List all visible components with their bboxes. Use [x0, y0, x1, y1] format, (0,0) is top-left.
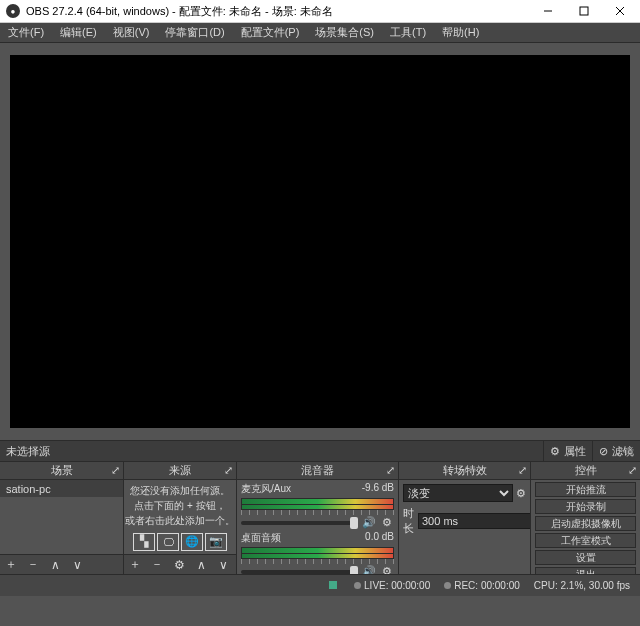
properties-button[interactable]: ⚙属性: [543, 441, 592, 461]
mixer-mic-db: -9.6 dB: [362, 482, 394, 496]
maximize-button[interactable]: [566, 0, 602, 22]
desktop-volume-slider[interactable]: [241, 570, 358, 574]
filter-icon: ⊘: [599, 445, 608, 458]
mixer-desktop-label: 桌面音频: [241, 531, 281, 545]
camera-icon: 📷: [205, 533, 227, 551]
mic-ticks: [241, 510, 394, 515]
start-virtualcam-button[interactable]: 启动虚拟摄像机: [535, 516, 636, 531]
globe-icon: 🌐: [181, 533, 203, 551]
mixer-mic-label: 麦克风/Aux: [241, 482, 291, 496]
start-streaming-button[interactable]: 开始推流: [535, 482, 636, 497]
scenes-header: 场景⤢: [0, 462, 123, 480]
window-title: OBS 27.2.4 (64-bit, windows) - 配置文件: 未命名…: [26, 4, 530, 19]
mic-volume-slider[interactable]: [241, 521, 358, 525]
add-scene-button[interactable]: ＋: [0, 555, 22, 575]
mixer-desktop-db: 0.0 dB: [365, 531, 394, 545]
menu-view[interactable]: 视图(V): [109, 25, 154, 40]
exit-button[interactable]: 退出: [535, 567, 636, 574]
source-toolbar: 未选择源 ⚙属性 ⊘滤镜: [0, 440, 640, 462]
source-down-button[interactable]: ∨: [212, 555, 234, 575]
scenes-toolbar: ＋ － ∧ ∨: [0, 554, 123, 574]
source-up-button[interactable]: ∧: [190, 555, 212, 575]
menu-tools[interactable]: 工具(T): [386, 25, 430, 40]
duration-label: 时长: [403, 506, 414, 536]
menu-edit[interactable]: 编辑(E): [56, 25, 101, 40]
scene-item[interactable]: sation-pc: [0, 480, 123, 497]
titlebar: OBS 27.2.4 (64-bit, windows) - 配置文件: 未命名…: [0, 0, 640, 23]
image-icon: ▚: [133, 533, 155, 551]
rec-time: REC: 00:00:00: [444, 580, 520, 591]
sources-toolbar: ＋ － ⚙ ∧ ∨: [124, 554, 236, 574]
status-bar: LIVE: 00:00:00 REC: 00:00:00 CPU: 2.1%, …: [0, 574, 640, 596]
menu-dock[interactable]: 停靠窗口(D): [161, 25, 228, 40]
popout-icon[interactable]: ⤢: [518, 464, 527, 477]
transitions-dock: 转场特效⤢ 淡变 ⚙ 时长 ▲▼: [399, 462, 531, 574]
gear-icon[interactable]: ⚙: [380, 565, 394, 574]
scenes-dock: 场景⤢ sation-pc ＋ － ∧ ∨: [0, 462, 124, 574]
sources-dock: 来源⤢ 您还没有添加任何源。 点击下面的 + 按钮， 或者右击此处添加一个。 ▚…: [124, 462, 237, 574]
duration-input[interactable]: [418, 513, 530, 529]
remove-scene-button[interactable]: －: [22, 555, 44, 575]
sources-header: 来源⤢: [124, 462, 236, 480]
mixer-mic: 麦克风/Aux-9.6 dB 🔊 ⚙: [241, 482, 394, 529]
remove-source-button[interactable]: －: [146, 555, 168, 575]
connection-indicator: [329, 580, 340, 591]
add-source-button[interactable]: ＋: [124, 555, 146, 575]
gear-icon: ⚙: [550, 445, 560, 458]
settings-button[interactable]: 设置: [535, 550, 636, 565]
menu-scene-collection[interactable]: 场景集合(S): [311, 25, 378, 40]
transitions-header: 转场特效⤢: [399, 462, 530, 480]
mixer-dock: 混音器⤢ 麦克风/Aux-9.6 dB 🔊 ⚙ 桌面音频0.0 dB 🔊: [237, 462, 399, 574]
mic-meter: [241, 498, 394, 510]
live-time: LIVE: 00:00:00: [354, 580, 430, 591]
scene-down-button[interactable]: ∨: [66, 555, 88, 575]
studio-mode-button[interactable]: 工作室模式: [535, 533, 636, 548]
desktop-meter: [241, 547, 394, 559]
close-button[interactable]: [602, 0, 638, 22]
source-settings-button[interactable]: ⚙: [168, 555, 190, 575]
speaker-icon[interactable]: 🔊: [362, 516, 376, 529]
app-logo-icon: [6, 4, 20, 18]
sources-empty-hint: 您还没有添加任何源。 点击下面的 + 按钮， 或者右击此处添加一个。 ▚ 🖵 🌐…: [124, 480, 236, 554]
menu-profile[interactable]: 配置文件(P): [237, 25, 304, 40]
svg-rect-1: [580, 7, 588, 15]
gear-icon[interactable]: ⚙: [380, 516, 394, 529]
menu-file[interactable]: 文件(F): [4, 25, 48, 40]
scene-up-button[interactable]: ∧: [44, 555, 66, 575]
filters-button[interactable]: ⊘滤镜: [592, 441, 640, 461]
speaker-icon[interactable]: 🔊: [362, 565, 376, 574]
minimize-button[interactable]: [530, 0, 566, 22]
mixer-desktop: 桌面音频0.0 dB 🔊 ⚙: [241, 531, 394, 574]
mixer-header: 混音器⤢: [237, 462, 398, 480]
popout-icon[interactable]: ⤢: [111, 464, 120, 477]
preview-canvas[interactable]: [10, 55, 630, 428]
popout-icon[interactable]: ⤢: [628, 464, 637, 477]
desktop-ticks: [241, 559, 394, 564]
gear-icon[interactable]: ⚙: [516, 487, 526, 500]
start-recording-button[interactable]: 开始录制: [535, 499, 636, 514]
menubar: 文件(F) 编辑(E) 视图(V) 停靠窗口(D) 配置文件(P) 场景集合(S…: [0, 23, 640, 43]
cpu-fps: CPU: 2.1%, 30.00 fps: [534, 580, 630, 591]
transition-select[interactable]: 淡变: [403, 484, 513, 502]
controls-header: 控件⤢: [531, 462, 640, 480]
preview-area: [0, 43, 640, 440]
controls-dock: 控件⤢ 开始推流 开始录制 启动虚拟摄像机 工作室模式 设置 退出: [531, 462, 640, 574]
display-icon: 🖵: [157, 533, 179, 551]
menu-help[interactable]: 帮助(H): [438, 25, 483, 40]
popout-icon[interactable]: ⤢: [224, 464, 233, 477]
popout-icon[interactable]: ⤢: [386, 464, 395, 477]
no-source-selected-label: 未选择源: [0, 444, 543, 459]
